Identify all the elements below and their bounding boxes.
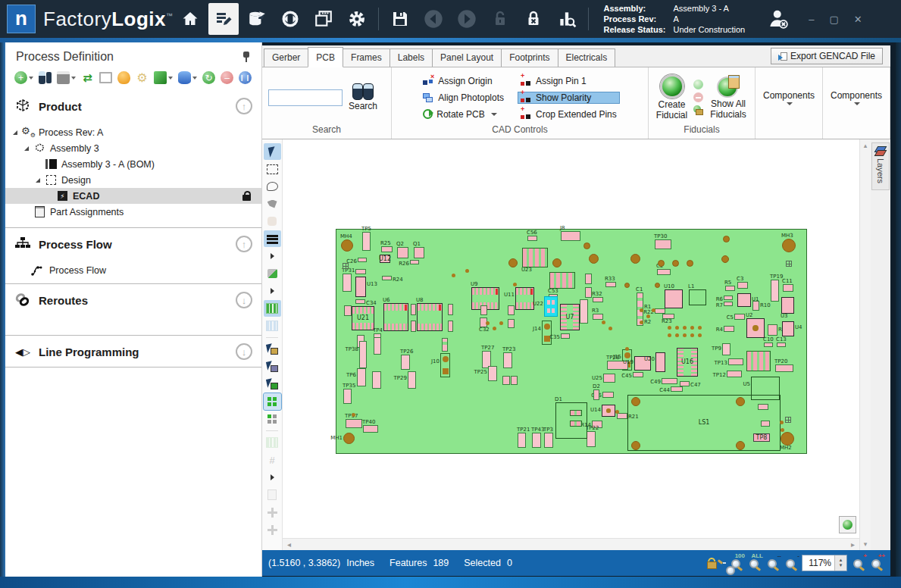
- tree-item-part-assignments[interactable]: Part Assignments: [5, 204, 261, 220]
- canvas-tool-caret[interactable]: [264, 248, 281, 264]
- tree-item-assembly-3-a-bom-[interactable]: Assembly 3 - A (BOM): [5, 156, 261, 172]
- audit-search-icon[interactable]: [552, 3, 582, 35]
- minimize-button[interactable]: –: [809, 14, 814, 25]
- pcb-component-c5[interactable]: C5: [734, 314, 745, 320]
- zoom-level-value[interactable]: 117%: [802, 558, 834, 568]
- rotate-pcb-button[interactable]: Rotate PCB: [420, 108, 507, 120]
- zoom-icon-100[interactable]: 100: [730, 556, 744, 570]
- pcb-component-u12[interactable]: U12: [380, 255, 390, 263]
- pcb-component-c44[interactable]: C44: [671, 386, 683, 392]
- pcb-component-tp30[interactable]: TP30: [655, 239, 671, 249]
- pcb-component[interactable]: [723, 236, 730, 242]
- pcb-component[interactable]: [585, 274, 592, 284]
- tab-labels[interactable]: Labels: [389, 48, 433, 67]
- pcb-component[interactable]: [502, 376, 510, 385]
- pcb-component-c3[interactable]: C3: [737, 282, 748, 289]
- save-icon[interactable]: [385, 3, 415, 35]
- pcb-component-tp36[interactable]: [372, 371, 381, 389]
- pcb-component-u13[interactable]: U13: [355, 277, 366, 297]
- pcb-component[interactable]: [511, 376, 518, 385]
- pcb-component-tp35[interactable]: TP35: [343, 389, 352, 404]
- pcb-component-r25[interactable]: R25: [381, 246, 393, 252]
- pcb-component-r24[interactable]: R24: [382, 276, 392, 280]
- find-icon[interactable]: [39, 71, 52, 84]
- pcb-component-r10[interactable]: R10: [752, 301, 759, 311]
- pcb-component-u23[interactable]: U23: [522, 248, 548, 267]
- pcb-component-tp6[interactable]: TP6: [357, 368, 366, 386]
- home-icon[interactable]: [175, 3, 205, 35]
- pcb-component[interactable]: [736, 441, 745, 450]
- unlock-icon[interactable]: [485, 3, 515, 35]
- pcb-component-tp26[interactable]: TP26: [401, 355, 410, 370]
- pcb-component-c2[interactable]: C2: [657, 269, 671, 275]
- zoom-window-icon[interactable]: [723, 562, 726, 564]
- pcb-component-tp13[interactable]: TP13: [728, 358, 743, 365]
- pcb-component[interactable]: [721, 255, 729, 263]
- pcb-component-u11[interactable]: U11: [515, 287, 534, 310]
- pcb-component-ls1[interactable]: LS1: [627, 395, 781, 451]
- pcb-component-c45[interactable]: C45: [633, 372, 643, 377]
- pcb-board[interactable]: MH4TP5R25Q2Q1C26U12R26R24TP31U13C34U6U8U…: [336, 229, 807, 454]
- process-flow-item[interactable]: Process Flow: [5, 259, 261, 283]
- canvas-overview-button[interactable]: [839, 516, 856, 533]
- section-line-programming[interactable]: ◀▷ Line Programming ↓: [5, 336, 261, 367]
- user-logout-icon[interactable]: [763, 3, 793, 35]
- pcb-component-c13[interactable]: C13: [777, 342, 786, 347]
- zoom-icon-plusplus[interactable]: ++: [870, 556, 884, 570]
- create-fiducial-button[interactable]: Create Fiducial: [655, 74, 689, 121]
- section-process-flow[interactable]: Process Flow ↑: [5, 228, 261, 259]
- pcb-component-c34[interactable]: C34: [355, 299, 365, 304]
- pcb-component-c11[interactable]: C11: [783, 284, 793, 292]
- zoom-icon-minus[interactable]: -: [784, 556, 799, 570]
- pcb-component-mh2[interactable]: MH2: [781, 432, 794, 446]
- pcb-component-r4[interactable]: R4: [724, 326, 734, 332]
- settings-gear-icon[interactable]: [342, 3, 372, 35]
- pcb-component-u4[interactable]: U4: [782, 321, 794, 336]
- tab-electricals[interactable]: Electricals: [558, 48, 616, 67]
- canvas-tool-gridg[interactable]: [264, 300, 281, 317]
- pcb-component-tp21[interactable]: TP21: [518, 433, 526, 448]
- pcb-component-r5[interactable]: R5: [725, 286, 735, 291]
- sync-icon[interactable]: [275, 3, 305, 35]
- pcb-component-u25[interactable]: U25: [603, 374, 615, 383]
- canvas-tool-bars[interactable]: [264, 230, 281, 247]
- expand-down-icon[interactable]: ↓: [236, 292, 252, 308]
- align-photoplots-button[interactable]: Align Photoplots: [420, 92, 507, 104]
- tab-footprints[interactable]: Footprints: [501, 48, 558, 67]
- pcb-component-tp25[interactable]: TP25: [488, 366, 497, 381]
- fiducial-mini-buttons[interactable]: [693, 80, 703, 115]
- zoom-spinner[interactable]: ▲▼: [834, 555, 846, 571]
- canvas-tool-lasso[interactable]: [264, 178, 281, 195]
- pcb-component-u10[interactable]: U10: [665, 289, 683, 308]
- pcb-component[interactable]: [658, 260, 665, 267]
- database-icon[interactable]: [178, 71, 197, 84]
- data-import-icon[interactable]: [242, 3, 272, 35]
- pcb-component-r21[interactable]: R21: [617, 413, 627, 419]
- pcb-component-tp8[interactable]: TP8: [753, 433, 770, 442]
- pcb-component-u16[interactable]: U16: [677, 348, 698, 377]
- assign-pin1-button[interactable]: Assign Pin 1: [518, 75, 620, 87]
- pcb-component-u8[interactable]: U8: [417, 303, 443, 331]
- tab-gerber[interactable]: Gerber: [264, 48, 308, 67]
- pcb-component[interactable]: [374, 337, 381, 355]
- canvas-tool-page[interactable]: [264, 486, 281, 503]
- canvas-tool-caret[interactable]: [264, 469, 281, 486]
- pcb-component[interactable]: [570, 421, 582, 427]
- close-button[interactable]: ✕: [854, 14, 862, 25]
- pcb-component-l1[interactable]: L1: [689, 289, 706, 305]
- pcb-component-c49[interactable]: C49: [662, 378, 677, 384]
- settings-icon[interactable]: ⚙: [136, 71, 149, 84]
- pcb-component-c26[interactable]: C26: [358, 258, 367, 262]
- pcb-component-r32[interactable]: R32: [593, 297, 603, 302]
- expand-down-icon[interactable]: ↓: [236, 343, 252, 360]
- exchange-icon[interactable]: ⇄: [81, 71, 94, 84]
- tree-item-design[interactable]: Design: [5, 172, 261, 188]
- pcb-component-u1[interactable]: U1: [737, 293, 751, 307]
- forward-icon[interactable]: [452, 3, 482, 35]
- search-button-label[interactable]: Search: [349, 101, 377, 111]
- pcb-component-tp38[interactable]: TP38: [359, 341, 367, 368]
- pause-icon[interactable]: ❙❙: [239, 71, 252, 84]
- pcb-component-c56[interactable]: C56: [527, 236, 537, 241]
- pcb-component-mh3[interactable]: MH3: [782, 239, 796, 252]
- pcb-component-r7[interactable]: R7: [724, 302, 733, 306]
